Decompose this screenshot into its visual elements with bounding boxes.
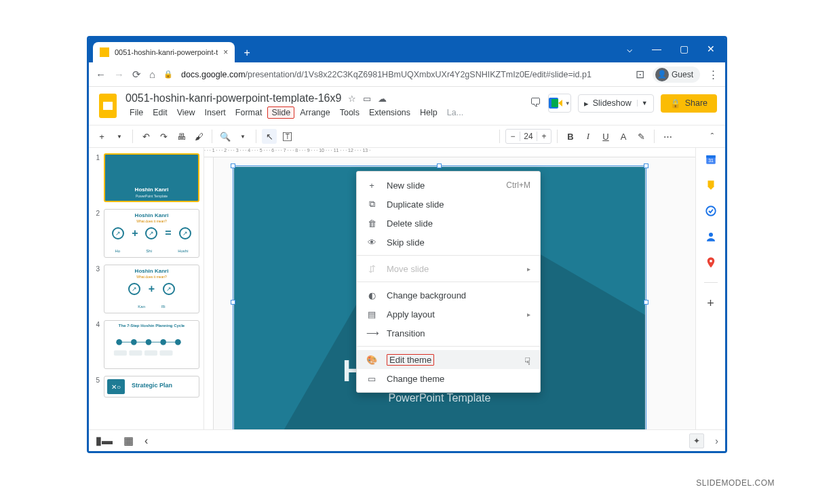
thumbnail-panel[interactable]: 1 Hoshin Kanri PowerPoint Template 2 Hos… xyxy=(89,148,204,429)
window-chevron-icon[interactable]: ⌵ xyxy=(618,41,641,57)
zoom-icon[interactable]: 🔍 xyxy=(218,129,233,144)
menu-item-transition[interactable]: ⟶ Transition xyxy=(357,324,540,343)
menu-edit[interactable]: Edit xyxy=(149,106,172,119)
ruler-vertical xyxy=(204,157,214,429)
share-button[interactable]: 🔒 Share xyxy=(661,94,717,113)
menu-item-change-theme[interactable]: ▭ Change theme xyxy=(357,369,540,388)
font-size-decrease[interactable]: − xyxy=(506,132,520,141)
add-addon-icon[interactable]: + xyxy=(707,296,714,311)
toolbar-overflow-icon[interactable]: ⋯ xyxy=(660,129,675,144)
window-titlebar: 0051-hoshin-kanri-powerpoint-t × + ⌵ — ▢… xyxy=(89,38,725,62)
nav-back-icon[interactable]: ← xyxy=(96,69,106,80)
font-size-increase[interactable]: + xyxy=(537,132,551,141)
select-tool-icon[interactable]: ↖ xyxy=(262,129,277,144)
bold-icon[interactable]: B xyxy=(563,129,578,144)
menu-item-change-background[interactable]: ◐ Change background xyxy=(357,286,540,305)
comments-icon[interactable]: 🗨 xyxy=(530,96,541,110)
browser-menu-icon[interactable]: ⋮ xyxy=(708,69,718,81)
menu-extensions[interactable]: Extensions xyxy=(365,106,414,119)
menu-file[interactable]: File xyxy=(125,106,147,119)
transition-icon: ⟶ xyxy=(366,328,377,338)
underline-icon[interactable]: U xyxy=(598,129,613,144)
svg-rect-12 xyxy=(159,350,172,355)
move-icon[interactable]: ▭ xyxy=(363,94,371,104)
menu-item-duplicate-slide[interactable]: ⧉ Duplicate slide xyxy=(357,195,540,214)
print-icon[interactable]: 🖶 xyxy=(174,129,189,144)
menu-arrange[interactable]: Arrange xyxy=(296,106,334,119)
install-app-icon[interactable]: ⊡ xyxy=(636,68,644,81)
url-field[interactable]: docs.google.com/presentation/d/1Vs8x22C3… xyxy=(181,70,627,79)
tasks-icon[interactable] xyxy=(705,205,717,217)
meet-button[interactable]: ▼ xyxy=(548,94,571,113)
window-maximize-icon[interactable]: ▢ xyxy=(672,41,695,57)
nav-forward-icon: → xyxy=(114,69,124,80)
contacts-icon[interactable] xyxy=(705,231,717,243)
new-slide-button[interactable]: + xyxy=(94,129,109,144)
eye-icon: 👁 xyxy=(366,237,377,248)
collapse-toolbar-icon[interactable]: ˆ xyxy=(705,129,720,144)
doc-header: 0051-hoshin-kanri-powerpoint-template-16… xyxy=(89,87,725,125)
menu-slide[interactable]: Slide xyxy=(267,106,294,119)
menu-item-delete-slide[interactable]: 🗑 Delete slide xyxy=(357,214,540,233)
window-controls: ⌵ — ▢ ✕ xyxy=(618,41,722,57)
thumbnail-2[interactable]: 2 Hoshin Kanri What does it mean? ↗+ ↗= … xyxy=(93,209,199,258)
collapse-panel-icon[interactable]: ‹ xyxy=(144,435,148,447)
new-slide-dropdown-icon[interactable]: ▼ xyxy=(112,129,127,144)
star-icon[interactable]: ☆ xyxy=(348,94,356,104)
thumbnail-3[interactable]: 3 Hoshin Kanri What does it mean? ↗+ ↗ K… xyxy=(93,265,199,313)
calendar-icon[interactable]: 31 xyxy=(705,153,717,166)
browser-tab[interactable]: 0051-hoshin-kanri-powerpoint-t × xyxy=(93,42,235,62)
menu-insert[interactable]: Insert xyxy=(201,106,230,119)
nav-reload-icon[interactable]: ⟳ xyxy=(132,69,141,81)
menu-item-edit-theme[interactable]: 🎨 Edit theme ☟ xyxy=(357,350,540,369)
grid-view-icon[interactable]: ▦ xyxy=(123,434,134,447)
menu-view[interactable]: View xyxy=(173,106,199,119)
tab-close-icon[interactable]: × xyxy=(223,47,228,57)
menu-format[interactable]: Format xyxy=(231,106,267,119)
google-slides-logo-icon xyxy=(97,92,119,119)
thumbnail-5[interactable]: 5 ✕○ Strategic Plan xyxy=(93,376,199,398)
doc-title[interactable]: 0051-hoshin-kanri-powerpoint-template-16… xyxy=(125,92,341,104)
side-panel: 31 + xyxy=(695,148,725,429)
highlight-icon[interactable]: ✎ xyxy=(634,129,648,144)
menu-item-apply-layout[interactable]: ▤ Apply layout ▸ xyxy=(357,305,540,324)
svg-point-4 xyxy=(116,339,122,345)
menu-overflow[interactable]: La... xyxy=(443,106,467,119)
font-size-value[interactable]: 24 xyxy=(520,132,537,141)
browser-window: 0051-hoshin-kanri-powerpoint-t × + ⌵ — ▢… xyxy=(87,36,727,453)
lock-icon[interactable]: 🔒 xyxy=(163,70,173,79)
droplet-icon: ◐ xyxy=(366,290,377,301)
profile-chip[interactable]: 👤 Guest xyxy=(653,66,700,83)
menu-item-new-slide[interactable]: + New slide Ctrl+M xyxy=(357,176,540,195)
theme-icon: ▭ xyxy=(366,374,377,384)
nav-home-icon[interactable]: ⌂ xyxy=(149,69,155,80)
slideshow-dropdown-icon[interactable]: ▼ xyxy=(637,100,648,106)
zoom-dropdown-icon[interactable]: ▼ xyxy=(235,129,250,144)
paint-format-icon[interactable]: 🖌 xyxy=(191,129,206,144)
maps-icon[interactable] xyxy=(705,256,717,269)
cloud-saved-icon[interactable]: ☁ xyxy=(378,94,387,104)
toolbar: + ▼ ↶ ↷ 🖶 🖌 🔍 ▼ ↖ 🅃 − 24 + B I U A ✎ ⋯ ˆ xyxy=(89,125,725,148)
keep-icon[interactable] xyxy=(705,179,717,191)
font-size-control[interactable]: − 24 + xyxy=(505,129,551,144)
window-close-icon[interactable]: ✕ xyxy=(699,41,722,57)
window-minimize-icon[interactable]: — xyxy=(645,41,668,57)
redo-icon[interactable]: ↷ xyxy=(156,129,171,144)
svg-point-6 xyxy=(146,339,152,345)
menu-item-skip-slide[interactable]: 👁 Skip slide xyxy=(357,233,540,252)
thumbnail-4[interactable]: 4 The 7-Step Hoshin Planning Cycle xyxy=(93,320,199,369)
undo-icon[interactable]: ↶ xyxy=(138,129,153,144)
textbox-tool-icon[interactable]: 🅃 xyxy=(279,129,294,144)
menu-help[interactable]: Help xyxy=(416,106,442,119)
show-side-panel-icon[interactable]: › xyxy=(715,435,718,446)
avatar-icon: 👤 xyxy=(655,68,669,81)
explore-button[interactable]: ✦ xyxy=(689,433,704,448)
new-tab-button[interactable]: + xyxy=(239,45,255,61)
filmstrip-view-icon[interactable]: ▮▬ xyxy=(96,434,113,447)
text-color-icon[interactable]: A xyxy=(616,129,631,144)
menu-bar: File Edit View Insert Format Slide Arran… xyxy=(125,106,523,119)
menu-tools[interactable]: Tools xyxy=(336,106,364,119)
slideshow-button[interactable]: ▸ Slideshow ▼ xyxy=(578,94,654,113)
italic-icon[interactable]: I xyxy=(581,129,596,144)
thumbnail-1[interactable]: 1 Hoshin Kanri PowerPoint Template xyxy=(93,153,199,202)
